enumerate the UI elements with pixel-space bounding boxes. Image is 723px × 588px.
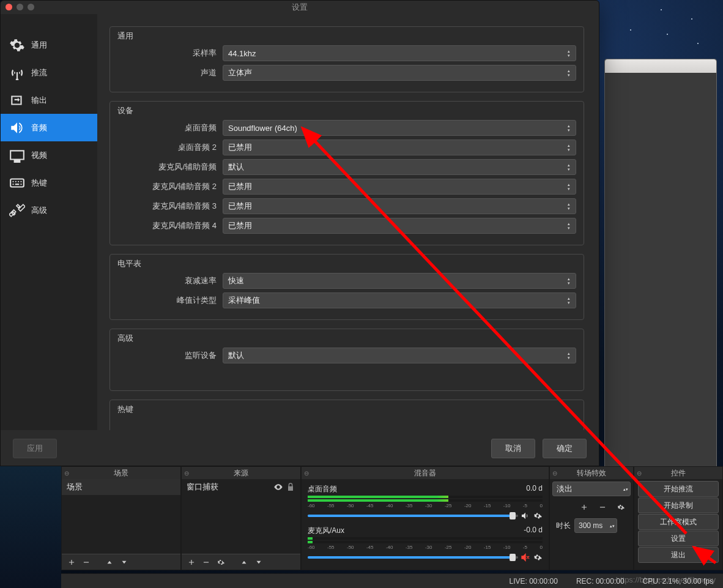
remove-icon[interactable] — [80, 556, 92, 568]
sidebar-item-advanced[interactable]: 高级 — [1, 196, 97, 224]
dock-title-scenes: ⊖场景 — [62, 467, 180, 479]
group-devices: 设备 桌面音频 Soundflower (64ch)▴▾ 桌面音频 2 已禁用▴… — [109, 101, 584, 245]
mic-aux3-select[interactable]: 已禁用▴▾ — [223, 198, 576, 214]
svg-point-4 — [20, 180, 21, 182]
mic-aux4-select[interactable]: 已禁用▴▾ — [223, 218, 576, 234]
gear-icon[interactable] — [215, 556, 227, 568]
svg-point-7 — [20, 184, 21, 185]
svg-point-2 — [15, 180, 17, 182]
meter-ticks: -60-55-50-45-40-35-30-25-20-15-10-50 — [308, 545, 543, 550]
sidebar-item-label: 通用 — [31, 40, 47, 51]
desktop-audio2-select[interactable]: 已禁用▴▾ — [223, 140, 576, 155]
sidebar-item-stream[interactable]: 推流 — [1, 59, 97, 86]
row-label: 桌面音频 2 — [117, 142, 223, 153]
ok-button[interactable]: 确定 — [543, 439, 587, 458]
gear-icon[interactable] — [615, 501, 627, 513]
meter-ticks: -60-55-50-45-40-35-30-25-20-15-10-50 — [308, 503, 543, 508]
dock-title-transitions: ⊖转场特效 — [550, 467, 633, 479]
cancel-button[interactable]: 取消 — [491, 439, 535, 458]
add-icon[interactable] — [185, 556, 198, 568]
lock-icon[interactable] — [286, 482, 295, 492]
up-icon[interactable] — [103, 556, 116, 568]
svg-point-3 — [18, 180, 19, 182]
mic-aux2-select[interactable]: 已禁用▴▾ — [223, 179, 576, 195]
row-label: 麦克风/辅助音频 3 — [117, 201, 223, 212]
down-icon[interactable] — [118, 556, 130, 568]
speaker-muted-icon[interactable] — [521, 553, 530, 562]
speaker-icon[interactable] — [521, 511, 530, 521]
sidebar-item-hotkeys[interactable]: 热键 — [1, 169, 97, 196]
watermark: https://blog.csdn.net/lilongsy — [616, 575, 716, 584]
remove-icon[interactable] — [200, 556, 212, 568]
row-label: 声道 — [117, 67, 223, 78]
exit-button[interactable]: 退出 — [638, 547, 719, 563]
group-hotkeys: 热键 — [109, 400, 584, 430]
remove-icon[interactable] — [596, 501, 609, 513]
svg-rect-0 — [10, 179, 24, 187]
row-label: 采样率 — [117, 48, 223, 59]
add-icon[interactable] — [65, 556, 78, 568]
zoom-icon — [28, 4, 34, 10]
svg-rect-6 — [15, 184, 20, 185]
channels-select[interactable]: 立体声▴▾ — [223, 65, 576, 81]
sidebar-item-general[interactable]: 通用 — [1, 31, 97, 59]
sidebar-item-video[interactable]: 视频 — [1, 141, 97, 169]
down-icon[interactable] — [253, 556, 265, 568]
apply-button[interactable]: 应用 — [13, 439, 57, 458]
settings-sidebar: 通用 推流 输出 音频 视频 热键 — [1, 14, 97, 430]
duration-label: 时长 — [556, 521, 571, 531]
settings-button[interactable]: 设置 — [638, 530, 719, 546]
volume-slider[interactable] — [308, 515, 518, 517]
gear-icon[interactable] — [533, 553, 543, 562]
eye-icon[interactable] — [273, 482, 283, 492]
settings-content: 通用 采样率 44.1khz▴▾ 声道 立体声▴▾ 设备 桌面音频 Soundf… — [97, 14, 599, 430]
dock-title-controls: ⊖控件 — [634, 467, 722, 479]
source-item[interactable]: 窗口捕获 — [182, 479, 300, 495]
duration-input[interactable]: 300 ms▴▾ — [574, 518, 617, 533]
row-label: 麦克风/辅助音频 4 — [117, 220, 223, 231]
group-title: 热键 — [117, 404, 576, 415]
group-title: 高级 — [117, 333, 576, 344]
minimize-icon — [17, 4, 23, 10]
dock-title-mixer: ⊖混音器 — [302, 467, 549, 479]
gear-icon[interactable] — [533, 511, 543, 521]
mixer-channel-mic: 麦克风/Aux-0.0 d -60-55-50-45-40-35-30-25-2… — [302, 522, 549, 564]
start-record-button[interactable]: 开始录制 — [638, 497, 719, 513]
sidebar-item-label: 音频 — [31, 122, 47, 133]
mixer-channel-desktop: 桌面音频0.0 d -60-55-50-45-40-35-30-25-20-15… — [302, 480, 549, 522]
sidebar-item-output[interactable]: 输出 — [1, 86, 97, 114]
group-title: 设备 — [117, 105, 576, 116]
main-window — [604, 59, 717, 484]
status-live: LIVE: 00:00:00 — [509, 577, 557, 586]
close-icon[interactable] — [6, 4, 12, 10]
scene-item[interactable]: 场景 — [62, 479, 180, 495]
peak-type-select[interactable]: 采样峰值▴▾ — [223, 292, 576, 308]
svg-point-5 — [12, 184, 13, 185]
desktop-audio-select[interactable]: Soundflower (64ch)▴▾ — [223, 120, 576, 136]
studio-mode-button[interactable]: 工作室模式 — [638, 514, 719, 530]
transition-select[interactable]: 淡出▴▾ — [552, 482, 631, 496]
mic-aux-select[interactable]: 默认▴▾ — [223, 159, 576, 175]
sidebar-item-label: 视频 — [31, 150, 47, 161]
row-label: 麦克风/辅助音频 2 — [117, 181, 223, 192]
row-label: 麦克风/辅助音频 — [117, 162, 223, 173]
dialog-title: 设置 — [292, 2, 308, 13]
group-title: 电平表 — [117, 258, 576, 269]
add-icon[interactable] — [578, 501, 590, 513]
dock-title-sources: ⊖来源 — [182, 467, 300, 479]
group-advanced: 高级 监听设备 默认▴▾ — [109, 329, 584, 391]
group-meters: 电平表 衰减速率 快速▴▾ 峰值计类型 采样峰值▴▾ — [109, 254, 584, 320]
decay-rate-select[interactable]: 快速▴▾ — [223, 273, 576, 289]
group-general: 通用 采样率 44.1khz▴▾ 声道 立体声▴▾ — [109, 26, 584, 92]
docks: ⊖场景 场景 ⊖来源 窗口捕获 — [61, 466, 723, 570]
group-title: 通用 — [117, 31, 576, 42]
up-icon[interactable] — [238, 556, 250, 568]
monitor-device-select[interactable]: 默认▴▾ — [223, 348, 576, 363]
start-stream-button[interactable]: 开始推流 — [638, 481, 719, 497]
sidebar-item-audio[interactable]: 音频 — [1, 114, 97, 141]
svg-point-1 — [12, 180, 13, 182]
row-label: 监听设备 — [117, 350, 223, 361]
sidebar-item-label: 输出 — [31, 95, 47, 106]
sample-rate-select[interactable]: 44.1khz▴▾ — [223, 45, 576, 61]
volume-slider[interactable] — [308, 556, 518, 559]
